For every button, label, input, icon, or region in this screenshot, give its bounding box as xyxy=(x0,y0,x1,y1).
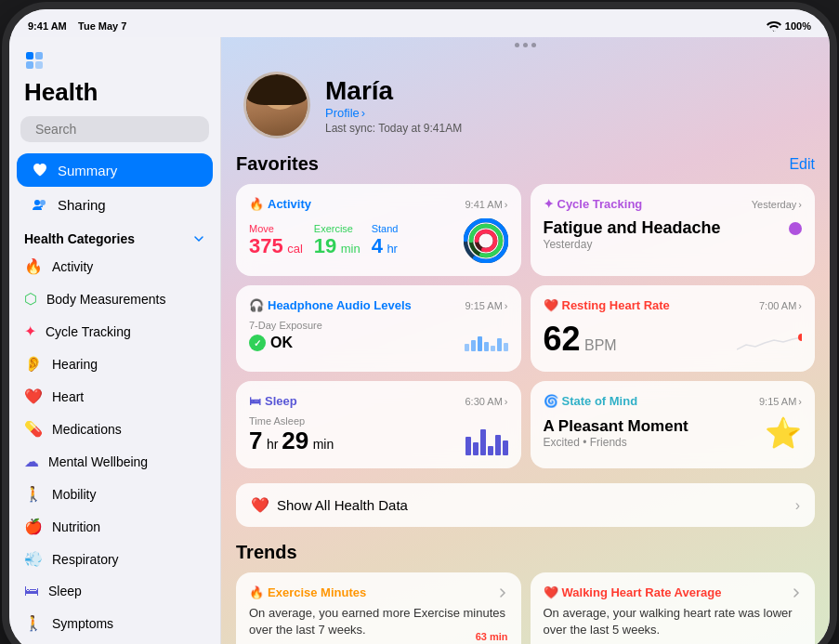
cat-body-label: Body Measurements xyxy=(46,292,165,307)
ok-text: OK xyxy=(270,335,293,351)
headphone-card[interactable]: 🎧 Headphone Audio Levels 9:15 AM › 7-Day… xyxy=(236,285,521,372)
exercise-max-label: 63 min xyxy=(476,631,508,642)
cycle-card-time: Yesterday › xyxy=(752,199,802,210)
activity-metrics-row: Move 375 cal Exercise 19 xyxy=(249,218,508,263)
sleep-icon: 🛏 xyxy=(249,394,261,408)
category-respiratory[interactable]: 💨 Respiratory xyxy=(9,543,220,575)
main-content: María Profile › Last sync: Today at 9:41… xyxy=(221,37,830,644)
status-bar: 9:41 AM Tue May 7 100% xyxy=(9,9,830,37)
category-sleep[interactable]: 🛏 Sleep xyxy=(9,575,220,607)
bar5 xyxy=(491,346,495,351)
cycle-content: Fatigue and Headache Yesterday xyxy=(544,218,803,251)
nav-summary[interactable]: Summary xyxy=(17,153,213,187)
cycle-text: Fatigue and Headache Yesterday xyxy=(544,218,721,251)
stand-value: 4 xyxy=(372,234,383,257)
exercise-trend-card[interactable]: 🔥 Exercise Minutes On average, you earne… xyxy=(236,572,521,644)
svg-rect-3 xyxy=(35,61,43,69)
sleep-card[interactable]: 🛏 Sleep 6:30 AM › Time Asleep xyxy=(236,381,521,468)
move-unit: cal xyxy=(287,242,303,256)
exercise-trend-desc: On average, you earned more Exercise min… xyxy=(249,605,508,638)
headphone-card-header: 🎧 Headphone Audio Levels 9:15 AM › xyxy=(249,298,508,312)
mind-card-header: 🌀 State of Mind 9:15 AM › xyxy=(544,394,803,408)
cycle-card-header: ✦ Cycle Tracking Yesterday › xyxy=(544,197,803,211)
sleep-duration: 7 hr 29 min xyxy=(249,427,334,455)
category-nutrition[interactable]: 🍎 Nutrition xyxy=(9,510,220,543)
stand-value-row: 4 hr xyxy=(372,234,399,258)
category-heart[interactable]: ❤️ Heart xyxy=(9,380,220,413)
search-bar[interactable] xyxy=(20,116,209,142)
sb4 xyxy=(488,446,493,455)
sleep-hours: 7 xyxy=(249,427,262,454)
summary-label: Summary xyxy=(58,163,117,178)
mind-feeling: A Pleasant Moment xyxy=(544,417,688,436)
move-value: 375 xyxy=(249,234,283,257)
cat-hearing-label: Hearing xyxy=(52,357,98,372)
favorites-title: Favorites xyxy=(236,153,319,175)
heart-rate-trend-card[interactable]: ❤️ Walking Heart Rate Average On average… xyxy=(531,572,816,644)
show-all-button[interactable]: ❤️ Show All Health Data › xyxy=(236,483,815,527)
avatar-face xyxy=(246,74,308,136)
favorites-header: Favorites Edit xyxy=(236,153,815,175)
category-medications[interactable]: 💊 Medications xyxy=(9,413,220,445)
status-right-icons: 100% xyxy=(767,20,811,32)
battery-text: 100% xyxy=(785,20,811,32)
category-vitals[interactable]: 📊 Vitals xyxy=(9,639,220,644)
trends-title: Trends xyxy=(236,542,815,563)
show-all-wrapper: ❤️ Show All Health Data › xyxy=(221,483,830,527)
stand-label: Stand xyxy=(372,223,399,234)
sb1 xyxy=(465,437,471,455)
activity-ring xyxy=(464,218,508,263)
sidebar: Health Summary xyxy=(9,37,221,644)
category-hearing[interactable]: 👂 Hearing xyxy=(9,348,220,380)
move-label: Move xyxy=(249,223,303,234)
ok-badge: ✓ OK xyxy=(249,335,322,351)
sidebar-top xyxy=(9,37,220,78)
headphone-card-time: 9:15 AM › xyxy=(465,300,507,311)
profile-sync: Last sync: Today at 9:41AM xyxy=(325,122,462,135)
category-activity[interactable]: 🔥 Activity xyxy=(9,250,220,283)
cards-grid: 🔥 Activity 9:41 AM › Move xyxy=(236,184,815,468)
heart-icon: ❤️ xyxy=(544,298,558,312)
mind-icon: 🌀 xyxy=(544,394,558,408)
sharing-label: Sharing xyxy=(58,197,106,213)
stand-unit: hr xyxy=(387,242,398,256)
nav-sharing[interactable]: Sharing xyxy=(17,188,213,221)
edit-button[interactable]: Edit xyxy=(789,156,815,173)
cycle-date: Yesterday xyxy=(544,238,721,251)
category-symptoms[interactable]: 🚶 Symptoms xyxy=(9,607,220,639)
cat-mobility-label: Mobility xyxy=(52,487,96,502)
sharing-icon xyxy=(32,196,48,213)
activity-card-title: 🔥 Activity xyxy=(249,197,311,211)
grid-icon xyxy=(24,50,45,71)
search-input[interactable] xyxy=(35,122,198,137)
dot2 xyxy=(523,43,528,47)
heart-show-all-icon: ❤️ xyxy=(251,496,269,514)
profile-link[interactable]: Profile › xyxy=(325,106,462,120)
heart-rate-content: 62 BPM xyxy=(544,320,803,359)
category-body-measurements[interactable]: ⬡ Body Measurements xyxy=(9,283,220,315)
time-asleep-label: Time Asleep xyxy=(249,415,334,427)
svg-point-16 xyxy=(798,334,802,341)
show-all-text: Show All Health Data xyxy=(277,497,788,513)
activity-card[interactable]: 🔥 Activity 9:41 AM › Move xyxy=(236,184,521,276)
state-of-mind-card[interactable]: 🌀 State of Mind 9:15 AM › A Pleasant Mom… xyxy=(531,381,816,468)
hr-trend-chevron-icon xyxy=(791,587,802,598)
sleep-card-title: 🛏 Sleep xyxy=(249,394,297,408)
category-mental-wellbeing[interactable]: ☁ Mental Wellbeing xyxy=(9,445,220,478)
sleep-time-block: Time Asleep 7 hr 29 min xyxy=(249,415,334,455)
headphone-content: 7-Day Exposure ✓ OK xyxy=(249,320,508,351)
category-cycle-tracking[interactable]: ✦ Cycle Tracking xyxy=(9,315,220,348)
cat-respiratory-label: Respiratory xyxy=(52,552,119,567)
hr-chart-svg xyxy=(737,326,802,359)
show-all-chevron: › xyxy=(795,497,800,514)
avatar xyxy=(243,72,310,138)
category-mobility[interactable]: 🚶 Mobility xyxy=(9,478,220,510)
cycle-tracking-card[interactable]: ✦ Cycle Tracking Yesterday › Fatigue and… xyxy=(531,184,816,276)
chevron-down-icon[interactable] xyxy=(192,232,205,245)
move-value-row: 375 cal xyxy=(249,234,303,258)
headphone-status: 7-Day Exposure ✓ OK xyxy=(249,320,322,351)
cat-medications-label: Medications xyxy=(52,422,122,437)
heart-rate-card[interactable]: ❤️ Resting Heart Rate 7:00 AM › 62 xyxy=(531,285,816,372)
cat-nutrition-label: Nutrition xyxy=(52,519,100,534)
svg-rect-1 xyxy=(35,52,43,59)
